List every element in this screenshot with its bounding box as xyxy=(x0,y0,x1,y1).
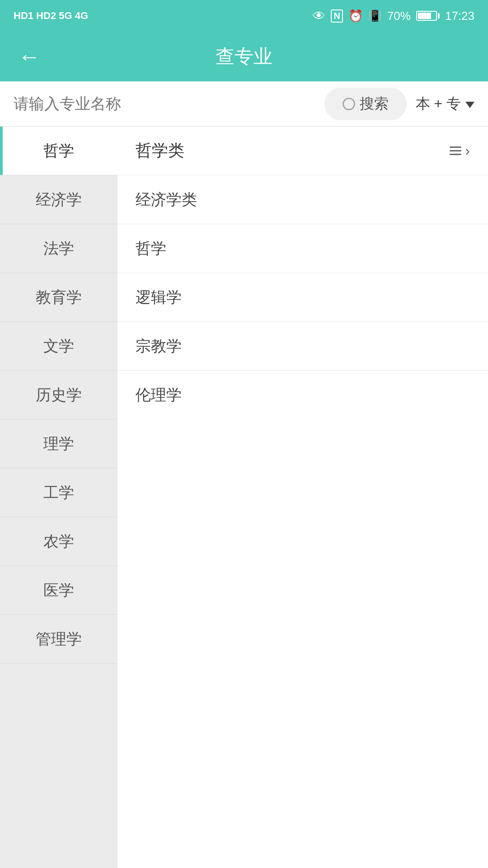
filter-label: 本 + 专 xyxy=(416,94,461,114)
sidebar-item-jiaoyuxue[interactable]: 教育学 xyxy=(0,273,117,322)
sidebar-item-wenxue[interactable]: 文学 xyxy=(0,322,117,371)
item-label: 经济学类 xyxy=(136,189,197,210)
sidebar-item-lixue[interactable]: 理学 xyxy=(0,420,117,468)
sidebar-item-nongxue[interactable]: 农学 xyxy=(0,517,117,566)
sidebar-label: 教育学 xyxy=(36,287,82,308)
arrow-line-3 xyxy=(450,154,461,155)
sidebar-label: 医学 xyxy=(43,580,74,601)
category-sidebar: 哲学 经济学 法学 教育学 文学 历史学 理学 工学 农学 医学 管理学 xyxy=(0,127,117,868)
nfc-icon: N xyxy=(331,9,343,23)
list-item[interactable]: 伦理学 xyxy=(117,371,488,420)
item-label: 伦理学 xyxy=(136,385,182,406)
filter-button[interactable]: 本 + 专 xyxy=(416,94,474,114)
sidebar-label: 哲学 xyxy=(43,141,74,161)
sidebar-item-lishixue[interactable]: 历史学 xyxy=(0,371,117,420)
back-button[interactable]: ← xyxy=(18,43,41,70)
status-bar: HD1 HD2 5G 4G 👁 N ⏰ 📳 70% 17:23 xyxy=(0,0,488,32)
list-item[interactable]: 逻辑学 xyxy=(117,273,488,322)
item-label: 逻辑学 xyxy=(136,287,182,308)
alarm-icon: ⏰ xyxy=(348,9,363,23)
search-circle-icon xyxy=(343,98,355,110)
sidebar-label: 农学 xyxy=(43,531,74,552)
category-header[interactable]: 哲学类 › xyxy=(117,127,488,175)
sidebar-item-faxue[interactable]: 法学 xyxy=(0,224,117,273)
sidebar-label: 历史学 xyxy=(36,385,82,406)
status-left: HD1 HD2 5G 4G xyxy=(14,10,88,22)
vibrate-icon: 📳 xyxy=(368,9,382,22)
sidebar-label: 法学 xyxy=(43,238,74,259)
page-header: ← 查专业 xyxy=(0,32,488,81)
list-lines xyxy=(450,146,461,155)
signal-text: HD1 HD2 5G 4G xyxy=(14,10,88,22)
list-arrow-icon: › xyxy=(450,142,470,159)
search-input[interactable] xyxy=(14,95,315,113)
sidebar-item-jingjixue[interactable]: 经济学 xyxy=(0,175,117,224)
item-label: 哲学 xyxy=(136,238,166,259)
right-panel: 哲学类 › 经济学类 哲学 逻辑学 宗教学 伦理学 xyxy=(117,127,488,868)
dropdown-arrow-icon xyxy=(465,102,474,108)
sidebar-item-yixue[interactable]: 医学 xyxy=(0,566,117,615)
list-item[interactable]: 宗教学 xyxy=(117,322,488,371)
search-button[interactable]: 搜索 xyxy=(324,88,407,120)
sidebar-item-gongxue[interactable]: 工学 xyxy=(0,468,117,517)
category-header-title: 哲学类 xyxy=(136,140,184,162)
list-item[interactable]: 经济学类 xyxy=(117,175,488,224)
page-title: 查专业 xyxy=(216,44,272,69)
status-right: 👁 N ⏰ 📳 70% 17:23 xyxy=(313,9,474,24)
battery-percent: 70% xyxy=(387,9,411,23)
sidebar-item-guanlixue[interactable]: 管理学 xyxy=(0,615,117,664)
sidebar-label: 管理学 xyxy=(36,629,82,650)
arrow-line-2 xyxy=(450,150,461,151)
sidebar-item-zhexue[interactable]: 哲学 xyxy=(0,127,117,175)
arrow-right-glyph: › xyxy=(465,142,470,159)
main-content: 哲学 经济学 法学 教育学 文学 历史学 理学 工学 农学 医学 管理学 xyxy=(0,127,488,868)
sidebar-label: 工学 xyxy=(43,482,74,503)
eye-icon: 👁 xyxy=(313,9,325,24)
list-item[interactable]: 哲学 xyxy=(117,224,488,273)
sidebar-label: 文学 xyxy=(43,336,74,357)
search-label: 搜索 xyxy=(360,94,389,114)
search-bar: 搜索 本 + 专 xyxy=(0,81,488,127)
sidebar-label: 理学 xyxy=(43,434,74,454)
back-arrow-icon: ← xyxy=(18,43,41,70)
arrow-line-1 xyxy=(450,146,461,148)
battery-icon xyxy=(416,11,440,21)
time-display: 17:23 xyxy=(445,9,474,23)
item-label: 宗教学 xyxy=(136,336,182,357)
sidebar-label: 经济学 xyxy=(36,189,82,210)
